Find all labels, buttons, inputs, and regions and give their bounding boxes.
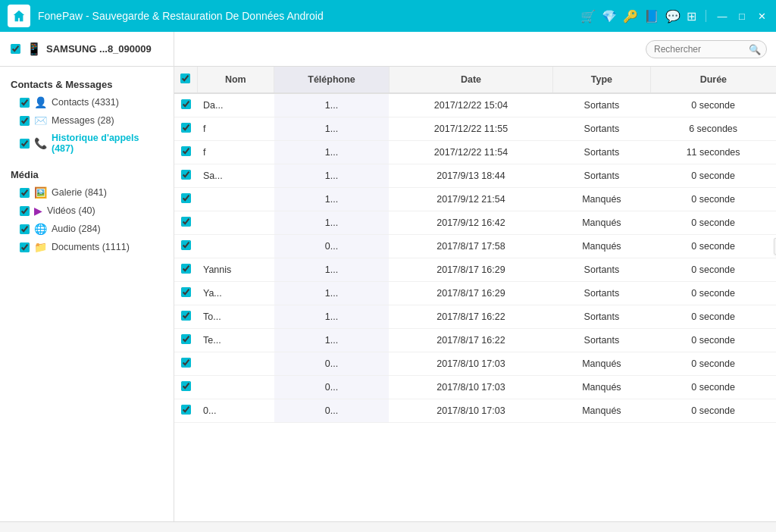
- cell-duree: 0 seconde: [650, 376, 776, 399]
- app-title: FonePaw - Sauvegarde & Restauration De D…: [38, 10, 580, 22]
- videos-checkbox[interactable]: [20, 206, 30, 216]
- cell-telephone: 0...: [274, 235, 390, 258]
- table-header-row: Nom Téléphone Date Type Durée: [174, 67, 776, 93]
- data-table: Nom Téléphone Date Type Durée Da...1...2…: [174, 67, 776, 423]
- close-button[interactable]: ✕: [755, 9, 768, 23]
- chat-icon[interactable]: 💬: [665, 9, 681, 23]
- col-checkbox[interactable]: [174, 67, 197, 93]
- row-checkbox[interactable]: [181, 217, 191, 227]
- cell-telephone: 1...: [274, 93, 390, 117]
- col-type[interactable]: Type: [553, 67, 651, 93]
- audio-checkbox[interactable]: [20, 224, 30, 234]
- cell-nom: Te...: [197, 329, 274, 352]
- table-row: To...1...2017/8/17 16:22Sortants0 second…: [174, 305, 776, 329]
- home-button[interactable]: [8, 5, 30, 27]
- cell-duree: 0 seconde: [650, 329, 776, 352]
- sidebar-item-gallery[interactable]: 🖼️ Galerie (841): [0, 183, 174, 202]
- cell-date: 2017/9/12 21:54: [389, 188, 552, 211]
- documents-checkbox[interactable]: [20, 243, 30, 252]
- col-nom[interactable]: Nom: [197, 67, 274, 93]
- videos-label: Vidéos (40): [47, 205, 95, 216]
- table-row: f1...2017/12/22 11:55Sortants6 secondes: [174, 117, 776, 141]
- key-icon[interactable]: 🔑: [623, 9, 638, 23]
- row-checkbox[interactable]: [181, 193, 191, 203]
- contacts-icon: 👤: [34, 96, 47, 108]
- cell-duree: 0 seconde: [650, 258, 776, 282]
- table-row: Sa...1...2017/9/13 18:44Sortants0 second…: [174, 164, 776, 188]
- row-checkbox[interactable]: [181, 405, 191, 415]
- row-checkbox[interactable]: [181, 146, 191, 156]
- table-row: 1...2017/9/12 21:54Manqués0 seconde: [174, 188, 776, 211]
- cell-telephone: 1...: [274, 282, 390, 305]
- messages-checkbox[interactable]: [20, 116, 30, 126]
- facebook-icon[interactable]: 📘: [644, 9, 659, 23]
- col-date[interactable]: Date: [389, 67, 552, 93]
- videos-icon: ▶: [34, 205, 42, 217]
- cell-telephone: 0...: [274, 376, 390, 399]
- cell-date: 2017/12/22 11:54: [389, 141, 552, 164]
- documents-icon: 📁: [34, 241, 47, 253]
- row-checkbox[interactable]: [181, 240, 191, 250]
- minimize-button[interactable]: —: [715, 9, 729, 23]
- maximize-button[interactable]: □: [735, 9, 749, 23]
- cell-type: Sortants: [553, 164, 651, 188]
- row-checkbox[interactable]: [181, 99, 191, 109]
- contacts-checkbox[interactable]: [20, 98, 30, 108]
- gallery-checkbox[interactable]: [20, 188, 30, 198]
- table-row: 0...0...2017/8/10 17:03Manqués0 seconde: [174, 399, 776, 423]
- cell-date: 2017/12/22 15:04: [389, 93, 552, 117]
- cell-date: 2017/9/13 18:44: [389, 164, 552, 188]
- search-box: 🔍: [646, 40, 767, 58]
- home-icon: [12, 9, 26, 23]
- cell-telephone: 0...: [274, 399, 390, 423]
- select-all-checkbox[interactable]: [180, 74, 190, 83]
- col-duree[interactable]: Durée: [650, 67, 776, 93]
- row-checkbox[interactable]: [181, 170, 191, 180]
- cell-duree: 0 seconde: [650, 305, 776, 329]
- sidebar: Contacts & Messages 👤 Contacts (4331) ✉️…: [0, 67, 174, 521]
- table-row: Da...1...2017/12/22 15:04Sortants0 secon…: [174, 93, 776, 117]
- table-row: f1...2017/12/22 11:54Sortants11 secondes: [174, 141, 776, 164]
- sidebar-item-messages[interactable]: ✉️ Messages (28): [0, 111, 174, 130]
- cell-date: 2017/8/10 17:03: [389, 399, 552, 423]
- row-checkbox[interactable]: [181, 381, 191, 391]
- audio-label: Audio (284): [52, 224, 101, 234]
- row-checkbox[interactable]: [181, 123, 191, 133]
- cell-type: Sortants: [553, 117, 651, 141]
- cell-duree: 0 seconde: [650, 164, 776, 188]
- row-checkbox[interactable]: [181, 334, 191, 344]
- sidebar-item-documents[interactable]: 📁 Documents (1111): [0, 238, 174, 256]
- sidebar-item-videos[interactable]: ▶ Vidéos (40): [0, 202, 174, 220]
- row-checkbox[interactable]: [181, 311, 191, 321]
- cell-type: Sortants: [553, 282, 651, 305]
- row-checkbox[interactable]: [181, 287, 191, 297]
- cell-duree: 0 seconde: [650, 188, 776, 211]
- cell-date: 2017/8/17 16:22: [389, 329, 552, 352]
- callhistory-checkbox[interactable]: [20, 139, 30, 149]
- cell-type: Manqués: [553, 235, 651, 258]
- table-row: 0...2017/8/17 17:58Manqués0 seconde0 sec…: [174, 235, 776, 258]
- cell-duree: 0 seconde: [650, 282, 776, 305]
- sidebar-item-contacts[interactable]: 👤 Contacts (4331): [0, 93, 174, 111]
- cell-duree: 0 seconde0 seconde: [650, 235, 776, 258]
- row-checkbox[interactable]: [181, 358, 191, 368]
- grid-icon[interactable]: ⊞: [687, 9, 696, 23]
- cell-date: 2017/8/17 16:22: [389, 305, 552, 329]
- cell-date: 2017/8/17 16:29: [389, 282, 552, 305]
- device-checkbox[interactable]: [11, 44, 20, 54]
- device-phone-icon: 📱: [27, 42, 42, 56]
- cart-icon[interactable]: 🛒: [580, 9, 596, 23]
- sidebar-item-call-history[interactable]: 📞 Historique d'appels (487): [0, 130, 174, 157]
- sidebar-item-audio[interactable]: 🌐 Audio (284): [0, 220, 174, 238]
- col-telephone[interactable]: Téléphone: [274, 67, 390, 93]
- tooltip-box: 0 seconde: [774, 238, 776, 255]
- bottom-bar: ← Revenir Total: 7122 élément(s) 3.05 Go…: [0, 521, 776, 532]
- audio-icon: 🌐: [34, 223, 47, 235]
- diamond-icon[interactable]: 💎: [602, 9, 617, 23]
- cell-type: Sortants: [553, 93, 651, 117]
- cell-nom: Sa...: [197, 164, 274, 188]
- contacts-label: Contacts (4331): [52, 97, 119, 108]
- row-checkbox[interactable]: [181, 264, 191, 274]
- table-wrap[interactable]: Nom Téléphone Date Type Durée Da...1...2…: [174, 67, 776, 521]
- cell-nom: 0...: [197, 399, 274, 423]
